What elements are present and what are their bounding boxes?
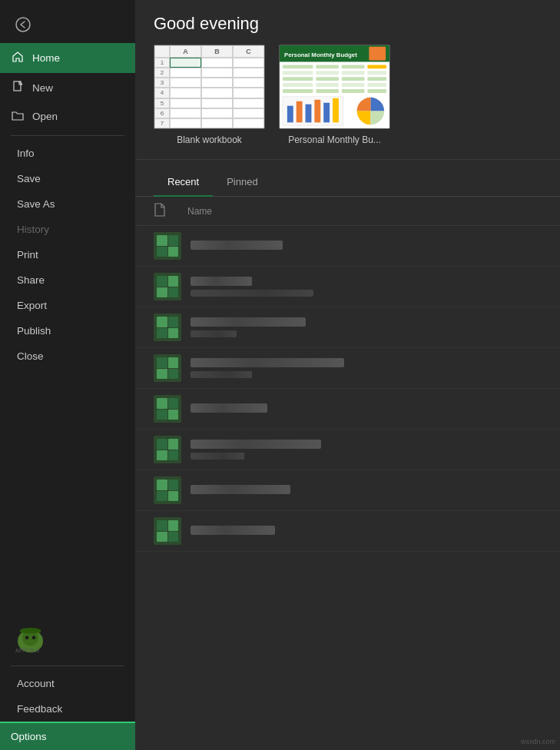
new-icon <box>11 81 25 95</box>
tabs-row: Recent Pinned <box>135 160 560 197</box>
file-info <box>191 241 542 251</box>
file-info <box>191 485 542 496</box>
file-name-blur <box>191 317 306 327</box>
svg-rect-11 <box>369 47 386 61</box>
svg-rect-22 <box>342 77 365 81</box>
sidebar-item-label-close: Close <box>17 350 44 362</box>
svg-rect-1 <box>14 81 21 91</box>
main-content: Good evening A B C 1 2 <box>135 0 560 750</box>
budget-label: Personal Monthly Bu... <box>288 134 381 145</box>
tab-pinned[interactable]: Pinned <box>213 171 271 197</box>
svg-rect-20 <box>283 77 313 81</box>
file-sub-blur <box>191 371 252 378</box>
file-name-blur <box>191 241 283 250</box>
file-row[interactable] <box>135 226 560 267</box>
thumb-cell <box>168 276 179 287</box>
file-thumbnail <box>154 517 181 545</box>
svg-text:APPUALS: APPUALS <box>15 648 40 653</box>
sidebar-item-publish[interactable]: Publish <box>0 318 135 343</box>
svg-rect-31 <box>367 89 386 93</box>
logo-area: APPUALS <box>0 618 135 661</box>
svg-rect-29 <box>316 89 339 93</box>
svg-rect-24 <box>283 83 313 87</box>
file-info <box>191 358 542 378</box>
thumb-cell <box>168 439 179 450</box>
home-icon <box>11 51 25 65</box>
thumb-cell <box>168 520 179 531</box>
sidebar-item-info[interactable]: Info <box>0 141 135 166</box>
files-header: Name <box>135 197 560 226</box>
sidebar-nav-top: Home New Open Info <box>0 43 135 618</box>
template-budget[interactable]: Personal Monthly Budget <box>279 45 390 145</box>
sidebar-item-new[interactable]: New <box>0 73 135 102</box>
file-info <box>191 277 542 297</box>
file-thumbnail <box>154 354 181 382</box>
sidebar-item-label-open: Open <box>32 111 58 122</box>
file-row[interactable] <box>135 348 560 389</box>
thumb-cell <box>168 532 179 543</box>
blank-grid: A B C 1 2 3 <box>154 45 264 128</box>
template-blank[interactable]: A B C 1 2 3 <box>154 45 265 145</box>
sidebar-item-close[interactable]: Close <box>0 343 135 369</box>
thumb-cell <box>157 328 167 339</box>
sidebar-item-feedback[interactable]: Feedback <box>0 696 135 722</box>
svg-point-0 <box>16 18 30 32</box>
file-row[interactable] <box>135 389 560 430</box>
file-thumbnail <box>154 436 181 463</box>
sidebar-item-label-feedback: Feedback <box>17 703 62 715</box>
file-thumb-mini <box>157 520 178 542</box>
sidebar-item-options[interactable]: Options <box>0 722 135 750</box>
thumb-cell <box>168 328 179 339</box>
svg-rect-26 <box>342 83 365 87</box>
svg-rect-36 <box>314 100 320 123</box>
file-name-blur <box>191 358 344 367</box>
svg-point-6 <box>25 636 29 640</box>
thumb-cell <box>157 287 167 298</box>
svg-rect-30 <box>342 89 365 93</box>
file-name-blur <box>191 526 275 535</box>
file-thumbnail <box>154 232 181 260</box>
thumb-cell <box>157 480 167 490</box>
file-info <box>191 403 542 414</box>
back-button[interactable] <box>8 9 38 40</box>
thumb-cell <box>157 247 167 257</box>
file-row[interactable] <box>135 267 560 307</box>
tab-recent[interactable]: Recent <box>154 171 213 197</box>
sidebar-item-open[interactable]: Open <box>0 102 135 131</box>
file-name-blur <box>191 485 290 494</box>
thumb-cell <box>157 520 167 531</box>
file-info <box>191 440 542 460</box>
thumb-cell <box>168 410 179 420</box>
sidebar-item-label-save: Save <box>17 173 41 184</box>
thumb-cell <box>157 276 167 287</box>
svg-rect-33 <box>287 106 293 123</box>
file-row[interactable] <box>135 430 560 470</box>
sidebar-item-label-history: History <box>17 224 49 235</box>
sidebar-item-share[interactable]: Share <box>0 267 135 293</box>
file-thumb-mini <box>157 439 178 460</box>
file-info <box>191 526 542 536</box>
sidebar-item-home[interactable]: Home <box>0 43 135 73</box>
file-row[interactable] <box>135 511 560 552</box>
sidebar-item-print[interactable]: Print <box>0 242 135 267</box>
watermark-text: wsxdn.com <box>521 738 555 745</box>
sidebar-item-save[interactable]: Save <box>0 166 135 191</box>
sidebar-item-label-print: Print <box>17 249 38 261</box>
file-sub-blur <box>191 330 237 337</box>
thumb-cell <box>168 491 179 502</box>
sidebar-item-account[interactable]: Account <box>0 671 135 696</box>
file-thumbnail <box>154 476 181 504</box>
sidebar-item-label-share: Share <box>17 274 45 286</box>
watermark: wsxdn.com <box>521 733 555 747</box>
sidebar-bottom: APPUALS Account Feedback Options <box>0 618 135 750</box>
thumb-cell <box>157 439 167 450</box>
sidebar-item-label-save-as: Save As <box>17 198 55 210</box>
svg-rect-14 <box>342 65 365 68</box>
sidebar-item-save-as[interactable]: Save As <box>0 191 135 217</box>
file-row[interactable] <box>135 307 560 348</box>
file-row[interactable] <box>135 470 560 511</box>
file-thumb-mini <box>157 276 178 297</box>
svg-rect-28 <box>283 89 313 93</box>
svg-rect-19 <box>367 71 386 75</box>
sidebar-item-export[interactable]: Export <box>0 293 135 318</box>
